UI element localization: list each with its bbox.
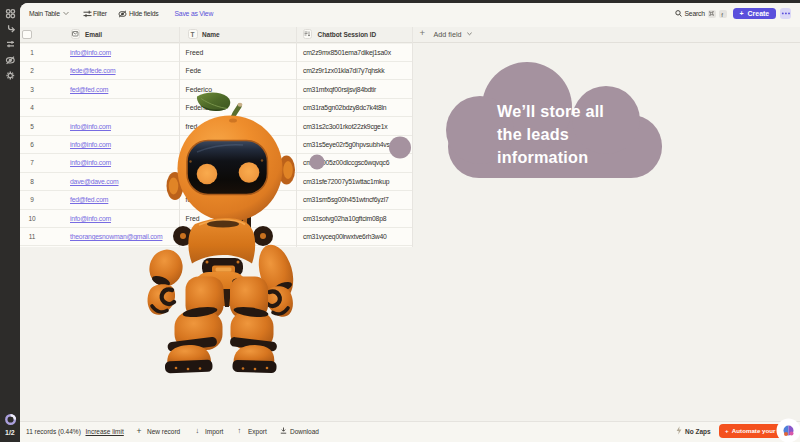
svg-text:information: information [497, 148, 588, 166]
svg-text:the leads: the leads [497, 125, 569, 143]
svg-text:We’ll store all: We’ll store all [497, 102, 604, 120]
